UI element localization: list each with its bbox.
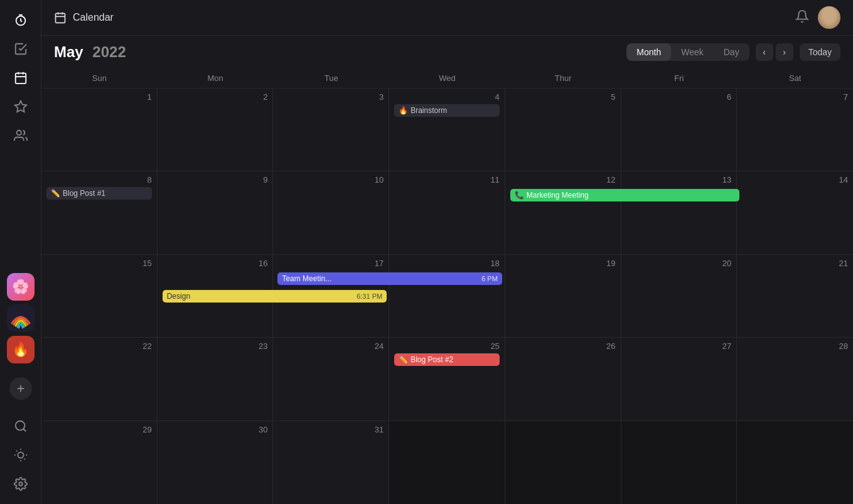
sidebar-item-people[interactable] — [8, 123, 33, 148]
day-header-tue: Tue — [273, 68, 389, 88]
view-toggle: Month Week Day — [626, 43, 749, 61]
event-label: Brainstorm — [410, 106, 447, 115]
svg-rect-1 — [15, 73, 26, 84]
svg-point-10 — [15, 421, 24, 431]
cell-may-6[interactable]: 6 — [621, 88, 738, 171]
cell-may-25[interactable]: 25 ✏️ Blog Post #2 — [389, 338, 505, 420]
cell-may-16[interactable]: 16 Design 6:31 PM Team Meetin... 6 PM — [158, 255, 274, 337]
cell-may-2[interactable]: 2 — [158, 88, 274, 171]
sidebar-item-timer[interactable] — [8, 8, 33, 33]
event-design[interactable]: Design 6:31 PM — [163, 290, 387, 303]
cell-may-14[interactable]: 14 — [737, 171, 853, 254]
cell-may-15[interactable]: 15 — [41, 255, 158, 337]
avatar-image — [818, 6, 840, 29]
view-week-button[interactable]: Week — [671, 43, 714, 61]
svg-marker-5 — [14, 101, 26, 112]
week-1: 1 2 3 4 🔥 Brainstorm 5 6 7 — [41, 88, 853, 171]
day-header-thu: Thur — [505, 68, 621, 88]
cell-may-11[interactable]: 11 — [389, 171, 505, 254]
cell-may-26[interactable]: 26 — [505, 338, 621, 420]
cell-empty-3 — [621, 421, 738, 504]
cell-may-4[interactable]: 4 🔥 Brainstorm — [389, 88, 505, 171]
sidebar-item-calendar[interactable] — [8, 65, 33, 90]
cell-may-10[interactable]: 10 — [273, 171, 389, 254]
cell-may-22[interactable]: 22 — [41, 338, 158, 420]
day-headers: Sun Mon Tue Wed Thur Fri Sat — [41, 68, 853, 88]
day-header-wed: Wed — [389, 68, 505, 88]
header-right — [795, 6, 840, 29]
cell-may-23[interactable]: 23 — [158, 338, 274, 420]
sidebar-brightness[interactable] — [8, 442, 33, 468]
nav-buttons: ‹ › — [756, 43, 793, 61]
calendar-header-icon — [54, 11, 67, 24]
next-month-button[interactable]: › — [776, 43, 793, 61]
sidebar-item-star[interactable] — [8, 94, 33, 119]
sidebar-app-red[interactable]: 🔥 — [7, 336, 35, 363]
sidebar-settings[interactable] — [8, 471, 33, 496]
day-header-sat: Sat — [737, 68, 853, 88]
cell-may-18[interactable]: 18 — [389, 255, 505, 337]
event-marketing[interactable]: 📞 Marketing Meeting — [510, 189, 739, 201]
event-team-meeting[interactable]: Team Meetin... 6 PM — [277, 272, 502, 285]
cell-may-28[interactable]: 28 — [737, 338, 853, 420]
sidebar-search[interactable] — [8, 414, 33, 439]
event-emoji: ✏️ — [51, 189, 60, 198]
sidebar-item-check[interactable] — [8, 36, 33, 62]
calendar-toolbar: May 2022 Month Week Day ‹ › Today — [41, 36, 853, 68]
header-title-text: Calendar — [73, 12, 114, 23]
event-blogpost2[interactable]: ✏️ Blog Post #2 — [394, 353, 500, 366]
event-design-time: 6:31 PM — [357, 292, 382, 300]
cell-may-29[interactable]: 29 — [41, 421, 158, 504]
cell-may-12[interactable]: 12 📞 Marketing Meeting — [505, 171, 621, 254]
week-3: 15 16 Design 6:31 PM Team Meetin... 6 PM… — [41, 255, 853, 338]
month-name: May — [54, 43, 83, 60]
calendar-grid: Sun Mon Tue Wed Thur Fri Sat 1 2 3 4 🔥 B… — [41, 68, 853, 504]
cell-may-20[interactable]: 20 — [621, 255, 738, 337]
prev-month-button[interactable]: ‹ — [756, 43, 773, 61]
cell-may-3[interactable]: 3 — [273, 88, 389, 171]
cell-may-7[interactable]: 7 — [737, 88, 853, 171]
day-header-sun: Sun — [41, 68, 158, 88]
event-emoji: 🔥 — [399, 106, 408, 115]
cell-empty-4 — [737, 421, 853, 504]
cell-may-30[interactable]: 30 — [158, 421, 274, 504]
week-4: 22 23 24 25 ✏️ Blog Post #2 26 27 28 — [41, 338, 853, 421]
sidebar-app-rainbow[interactable] — [7, 304, 35, 332]
event-label: Marketing Meeting — [527, 191, 589, 200]
event-emoji: 📞 — [515, 191, 524, 200]
event-label: Design — [167, 292, 190, 301]
view-day-button[interactable]: Day — [714, 43, 749, 61]
today-button[interactable]: Today — [800, 43, 840, 61]
cell-may-9[interactable]: 9 — [158, 171, 274, 254]
svg-rect-20 — [56, 13, 65, 23]
app-header: Calendar — [41, 0, 853, 36]
cell-may-1[interactable]: 1 — [41, 88, 158, 171]
cell-may-24[interactable]: 24 — [273, 338, 389, 420]
user-avatar[interactable] — [818, 6, 840, 29]
main-area: Calendar May 2022 Month Week Day ‹ — [41, 0, 853, 504]
cell-may-19[interactable]: 19 — [505, 255, 621, 337]
cell-may-5[interactable]: 5 — [505, 88, 621, 171]
sidebar-add-button[interactable] — [9, 377, 32, 400]
cell-may-21[interactable]: 21 — [737, 255, 853, 337]
event-brainstorm[interactable]: 🔥 Brainstorm — [394, 104, 500, 117]
svg-line-11 — [23, 429, 26, 431]
sidebar-app-pink[interactable]: 🌸 — [7, 273, 35, 301]
event-label: Blog Post #1 — [63, 189, 105, 198]
day-header-mon: Mon — [158, 68, 274, 88]
event-label: Blog Post #2 — [410, 355, 453, 364]
event-label: Team Meetin... — [282, 274, 331, 283]
svg-line-16 — [24, 459, 24, 459]
cell-may-31[interactable]: 31 — [273, 421, 389, 504]
cell-may-27[interactable]: 27 — [621, 338, 738, 420]
week-5: 29 30 31 — [41, 421, 853, 504]
notification-bell[interactable] — [795, 9, 809, 26]
cell-may-13[interactable]: 13 — [621, 171, 738, 254]
cell-may-8[interactable]: 8 ✏️ Blog Post #1 — [41, 171, 158, 254]
view-month-button[interactable]: Month — [626, 43, 671, 61]
calendar-weeks: 1 2 3 4 🔥 Brainstorm 5 6 7 8 — [41, 88, 853, 504]
week-2: 8 ✏️ Blog Post #1 9 10 11 12 📞 Marketing… — [41, 171, 853, 254]
cell-empty-1 — [389, 421, 505, 504]
event-team-time: 6 PM — [481, 275, 498, 282]
event-blogpost1[interactable]: ✏️ Blog Post #1 — [46, 187, 152, 200]
